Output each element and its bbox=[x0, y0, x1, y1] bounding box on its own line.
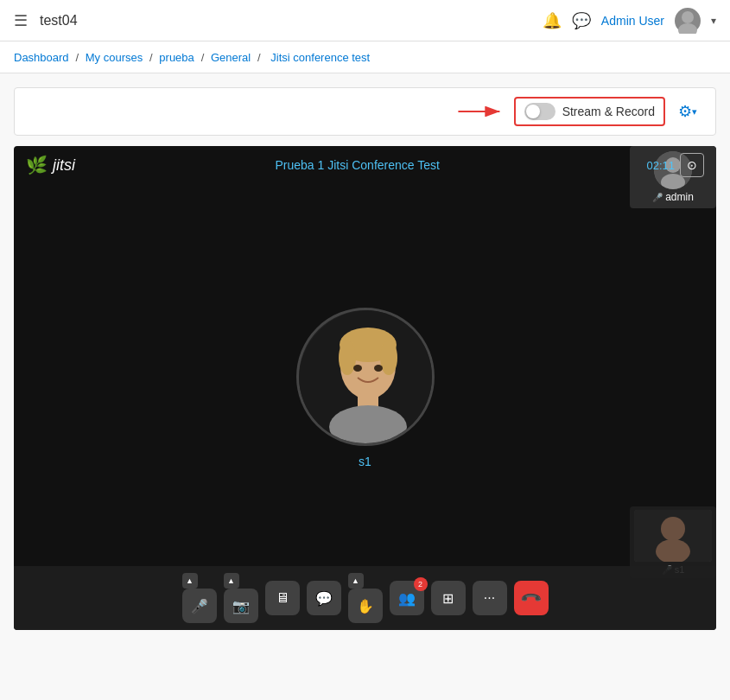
participants-badge: 2 bbox=[414, 577, 428, 591]
participants-button[interactable]: 👥 2 bbox=[390, 581, 424, 615]
jitsi-logo-text: jitsi bbox=[53, 156, 75, 175]
camera-group: ▲ 📷 bbox=[224, 573, 258, 623]
svg-point-1 bbox=[678, 23, 697, 34]
center-person-name: s1 bbox=[359, 455, 371, 468]
breadcrumb-prueba[interactable]: prueba bbox=[159, 51, 194, 64]
more-options-button[interactable]: ··· bbox=[473, 581, 507, 615]
meeting-timer: 02:11 bbox=[646, 159, 675, 172]
site-title: test04 bbox=[40, 13, 543, 29]
raise-hand-chevron-button[interactable]: ▲ bbox=[348, 573, 364, 589]
mic-group: ▲ 🎤 bbox=[182, 573, 217, 623]
mic-chevron-button[interactable]: ▲ bbox=[182, 573, 198, 589]
main-content: Stream & Record ⚙ ▾ 🌿 jitsi Prueba 1 Jit… bbox=[0, 73, 730, 644]
svg-point-15 bbox=[374, 365, 383, 372]
admin-name: admin bbox=[665, 191, 694, 203]
red-arrow bbox=[455, 99, 507, 124]
participants-icon: 👥 bbox=[398, 590, 416, 607]
person-avatar bbox=[296, 308, 435, 446]
timer-button[interactable]: ⊙ bbox=[680, 153, 704, 177]
raise-hand-button[interactable]: ✋ bbox=[348, 589, 383, 623]
user-name[interactable]: Admin User bbox=[601, 14, 664, 28]
stream-record-toggle[interactable] bbox=[524, 103, 555, 120]
timer-icon: ⊙ bbox=[687, 158, 697, 172]
more-icon: ··· bbox=[484, 590, 495, 606]
stream-record-box: Stream & Record bbox=[514, 97, 665, 126]
screenshare-icon: 🖥 bbox=[276, 590, 289, 606]
avatar[interactable] bbox=[675, 8, 701, 34]
mic-button[interactable]: 🎤 bbox=[182, 589, 217, 623]
toolbar-row: Stream & Record ⚙ ▾ bbox=[14, 87, 716, 136]
svg-point-11 bbox=[380, 340, 397, 375]
stream-record-label: Stream & Record bbox=[562, 105, 655, 118]
screenshare-button[interactable]: 🖥 bbox=[265, 581, 300, 615]
admin-label: 🎤 admin bbox=[652, 191, 694, 203]
camera-button[interactable]: 📷 bbox=[224, 589, 258, 623]
jitsi-logo-icon: 🌿 bbox=[26, 155, 48, 175]
camera-icon: 📷 bbox=[232, 598, 250, 614]
top-navigation: ☰ test04 🔔 💬 Admin User ▾ bbox=[0, 0, 730, 41]
svg-point-17 bbox=[661, 517, 685, 541]
grid-view-button[interactable]: ⊞ bbox=[431, 581, 466, 615]
hangup-icon: 📞 bbox=[519, 586, 543, 610]
conference-frame: 🌿 jitsi Prueba 1 Jitsi Conference Test 0… bbox=[14, 146, 716, 630]
s1-thumbnail bbox=[634, 510, 712, 562]
meeting-title: Prueba 1 Jitsi Conference Test bbox=[75, 158, 639, 172]
jitsi-bottombar: ▲ 🎤 ▲ 📷 🖥 💬 ▲ bbox=[14, 566, 716, 630]
breadcrumb-my-courses[interactable]: My courses bbox=[86, 51, 143, 64]
user-dropdown-arrow[interactable]: ▾ bbox=[711, 15, 716, 27]
breadcrumb-general[interactable]: General bbox=[211, 51, 251, 64]
hangup-button[interactable]: 📞 bbox=[514, 581, 549, 615]
mic-icon: 🎤 bbox=[191, 598, 208, 614]
gear-button[interactable]: ⚙ ▾ bbox=[674, 98, 701, 125]
nav-icons: 🔔 💬 Admin User ▾ bbox=[543, 8, 716, 34]
jitsi-logo: 🌿 jitsi bbox=[26, 155, 75, 175]
chat-icon: 💬 bbox=[315, 590, 333, 607]
chat-button[interactable]: 💬 bbox=[307, 581, 341, 615]
svg-point-10 bbox=[339, 340, 356, 375]
svg-point-0 bbox=[682, 11, 694, 23]
breadcrumb: Dashboard / My courses / prueba / Genera… bbox=[0, 41, 730, 73]
raise-hand-icon: ✋ bbox=[357, 598, 374, 614]
hamburger-menu[interactable]: ☰ bbox=[14, 11, 28, 30]
camera-chevron-button[interactable]: ▲ bbox=[224, 573, 239, 589]
breadcrumb-current: Jitsi conference test bbox=[267, 51, 373, 64]
svg-point-14 bbox=[353, 365, 362, 372]
admin-mic-icon: 🎤 bbox=[652, 193, 663, 202]
gear-dropdown-arrow: ▾ bbox=[692, 106, 697, 118]
bell-icon[interactable]: 🔔 bbox=[543, 11, 562, 30]
raise-hand-group: ▲ ✋ bbox=[348, 573, 383, 623]
chat-icon[interactable]: 💬 bbox=[572, 11, 591, 30]
jitsi-topbar: 🌿 jitsi Prueba 1 Jitsi Conference Test 0… bbox=[14, 146, 716, 184]
grid-icon: ⊞ bbox=[442, 590, 454, 607]
center-person: s1 bbox=[296, 308, 435, 468]
breadcrumb-dashboard[interactable]: Dashboard bbox=[14, 51, 69, 64]
gear-icon: ⚙ bbox=[678, 102, 692, 121]
stream-record-wrapper: Stream & Record bbox=[514, 97, 665, 126]
